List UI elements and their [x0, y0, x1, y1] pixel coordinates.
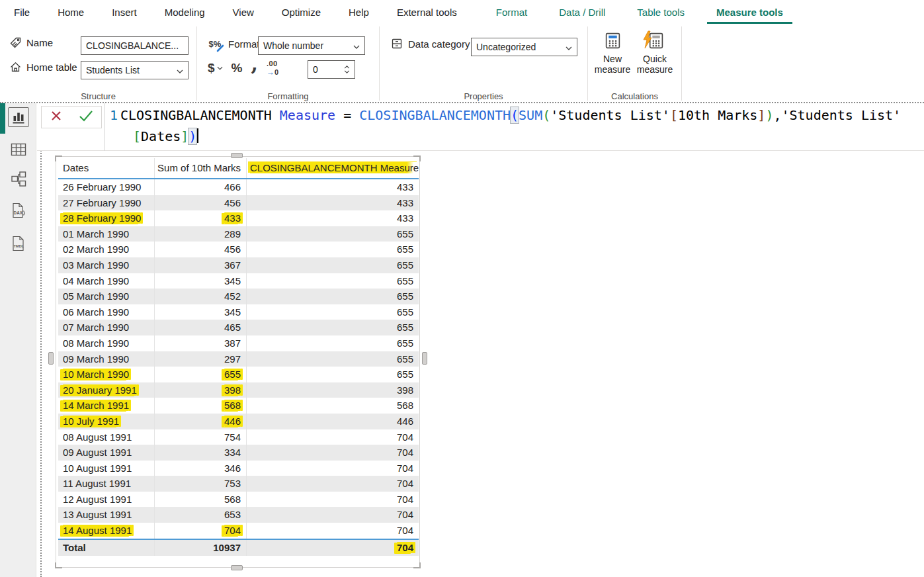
resize-handle-left[interactable]: [48, 352, 54, 365]
cell-date[interactable]: 04 March 1990: [58, 273, 155, 289]
home-table-dropdown[interactable]: Students List: [81, 61, 189, 79]
cell-date[interactable]: 01 March 1990: [58, 226, 155, 242]
measure-name-input[interactable]: CLOSINGBALANCE...: [81, 36, 189, 55]
cell-measure[interactable]: 704: [247, 523, 419, 539]
cell-date[interactable]: 08 August 1991: [58, 429, 155, 445]
cell-date[interactable]: 26 February 1990: [58, 179, 155, 195]
tab-format[interactable]: Format: [480, 0, 544, 24]
cell-measure[interactable]: 655: [247, 351, 419, 367]
cell-measure[interactable]: 704: [247, 429, 419, 445]
cell-date[interactable]: 10 August 1991: [58, 461, 155, 476]
tmdl-view-icon[interactable]: TMDL: [8, 234, 29, 253]
quick-measure-button[interactable]: Quick measure: [634, 32, 675, 75]
cell-date[interactable]: 06 March 1990: [58, 304, 155, 320]
cell-date[interactable]: 09 March 1990: [58, 351, 155, 367]
cell-sum-marks[interactable]: 289: [155, 226, 247, 242]
cell-measure[interactable]: 398: [247, 382, 419, 398]
cell-date[interactable]: 02 March 1990: [58, 242, 155, 257]
stepper-arrows[interactable]: [344, 66, 350, 73]
cell-sum-marks[interactable]: 398: [155, 382, 247, 398]
model-view-icon[interactable]: [8, 169, 29, 189]
cell-measure[interactable]: 704: [247, 492, 419, 508]
cell-measure[interactable]: 655: [247, 335, 419, 351]
cell-measure[interactable]: 655: [247, 320, 419, 335]
resize-handle-bottom-left[interactable]: [55, 562, 62, 568]
resize-handle-bottom[interactable]: [231, 565, 243, 570]
cell-sum-marks[interactable]: 466: [155, 179, 247, 195]
format-dropdown[interactable]: Whole number: [258, 36, 365, 55]
resize-handle-top-left[interactable]: [55, 155, 62, 161]
cell-date[interactable]: 20 January 1991: [58, 382, 155, 398]
cell-sum-marks[interactable]: 653: [155, 507, 247, 523]
resize-handle-top-right[interactable]: [413, 155, 421, 161]
dax-query-view-icon[interactable]: DAX: [8, 200, 29, 220]
menu-external-tools[interactable]: External tools: [383, 0, 471, 24]
cell-sum-marks[interactable]: 446: [155, 414, 247, 429]
data-category-dropdown[interactable]: Uncategorized: [471, 38, 577, 56]
cell-date[interactable]: 27 February 1990: [58, 195, 155, 211]
menu-modeling[interactable]: Modeling: [151, 0, 219, 24]
cell-sum-marks[interactable]: 387: [155, 335, 247, 351]
cell-sum-marks[interactable]: 452: [155, 288, 247, 304]
cell-measure[interactable]: 704: [247, 507, 419, 523]
cell-measure[interactable]: 433: [247, 210, 419, 226]
resize-handle-right[interactable]: [422, 352, 427, 365]
cell-measure[interactable]: 433: [247, 195, 419, 211]
cell-sum-marks[interactable]: 456: [155, 242, 247, 257]
cell-date[interactable]: 28 February 1990: [58, 210, 155, 226]
cell-sum-marks[interactable]: 346: [155, 461, 247, 476]
cell-measure[interactable]: 704: [247, 476, 419, 492]
cell-sum-marks[interactable]: 465: [155, 320, 247, 335]
thousands-separator-button[interactable]: ,: [251, 61, 257, 75]
decimal-places-stepper[interactable]: 0: [308, 60, 355, 79]
tab-table-tools[interactable]: Table tools: [621, 0, 700, 24]
cell-measure[interactable]: 655: [247, 257, 419, 273]
tab-measure-tools[interactable]: Measure tools: [700, 0, 799, 24]
table-visual[interactable]: Dates Sum of 10th Marks CLOSINGBALANCEMO…: [56, 156, 420, 568]
cell-date[interactable]: 05 March 1990: [58, 288, 155, 304]
menu-file[interactable]: File: [0, 0, 44, 24]
menu-optimize[interactable]: Optimize: [268, 0, 335, 24]
cell-measure[interactable]: 655: [247, 304, 419, 320]
cell-date[interactable]: 13 August 1991: [58, 507, 155, 523]
column-header-measure[interactable]: CLOSINGBALANCEMONTH Measure: [247, 158, 419, 178]
cell-measure[interactable]: 655: [247, 288, 419, 304]
cell-sum-marks[interactable]: 297: [155, 351, 247, 367]
cell-sum-marks[interactable]: 655: [155, 367, 247, 382]
cell-date[interactable]: 14 March 1991: [58, 398, 155, 414]
cell-measure[interactable]: 568: [247, 398, 419, 414]
column-header-sum-marks[interactable]: Sum of 10th Marks: [155, 158, 247, 178]
cell-sum-marks[interactable]: 345: [155, 273, 247, 289]
cell-measure[interactable]: 704: [247, 461, 419, 476]
percent-button[interactable]: %: [231, 61, 243, 75]
decimal-places-icon[interactable]: .00 →0: [267, 60, 278, 76]
cell-measure[interactable]: 655: [247, 273, 419, 289]
cell-sum-marks[interactable]: 568: [155, 398, 247, 414]
menu-view[interactable]: View: [219, 0, 268, 24]
dax-editor[interactable]: 1CLOSINGBALANCEMONTH Measure = CLOSINGBA…: [104, 103, 924, 151]
cell-measure[interactable]: 704: [247, 445, 419, 461]
cell-date[interactable]: 07 March 1990: [58, 320, 155, 335]
menu-home[interactable]: Home: [44, 0, 98, 24]
cell-sum-marks[interactable]: 456: [155, 195, 247, 211]
column-header-dates[interactable]: Dates: [58, 158, 155, 178]
currency-button[interactable]: $: [208, 61, 223, 75]
cell-measure[interactable]: 655: [247, 242, 419, 257]
cell-measure[interactable]: 655: [247, 367, 419, 382]
report-view-icon[interactable]: [8, 107, 29, 127]
cell-date[interactable]: 12 August 1991: [58, 492, 155, 508]
cell-sum-marks[interactable]: 704: [155, 523, 247, 539]
cell-sum-marks[interactable]: 753: [155, 476, 247, 492]
resize-handle-bottom-right[interactable]: [413, 562, 421, 568]
cell-sum-marks[interactable]: 568: [155, 492, 247, 508]
cell-date[interactable]: 08 March 1990: [58, 335, 155, 351]
cell-date[interactable]: 11 August 1991: [58, 476, 155, 492]
tab-data-drill[interactable]: Data / Drill: [543, 0, 621, 24]
cell-date[interactable]: 14 August 1991: [58, 523, 155, 539]
cancel-formula-button[interactable]: [50, 109, 63, 125]
table-view-icon[interactable]: [8, 140, 29, 159]
cell-sum-marks[interactable]: 367: [155, 257, 247, 273]
cell-date[interactable]: 10 July 1991: [58, 414, 155, 429]
menu-help[interactable]: Help: [335, 0, 383, 24]
cell-sum-marks[interactable]: 754: [155, 429, 247, 445]
